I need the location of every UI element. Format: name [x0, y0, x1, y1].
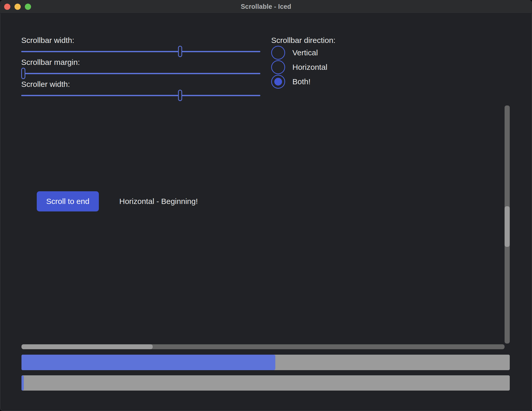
scroller-width-slider[interactable]: [21, 90, 260, 101]
progress-bar-1: [21, 355, 510, 370]
horizontal-scrollbar-rail[interactable]: [21, 344, 505, 349]
minimize-button[interactable]: [14, 4, 21, 10]
radio-circle[interactable]: [271, 75, 285, 89]
scroll-status-text: Horizontal - Beginning!: [119, 191, 198, 211]
scroll-to-end-button[interactable]: Scroll to end: [37, 191, 99, 211]
radio-label: Horizontal: [292, 63, 327, 72]
radio-circle[interactable]: [271, 46, 285, 60]
radio-option-vertical[interactable]: Vertical: [271, 46, 327, 60]
horizontal-scrollbar-thumb[interactable]: [21, 344, 153, 349]
slider-handle[interactable]: [178, 46, 182, 57]
progress-bar-2-fill: [21, 375, 24, 391]
window-title: Scrollable - Iced: [241, 3, 291, 10]
scrollbar-width-slider[interactable]: [21, 46, 260, 57]
progress-bar-2: [21, 375, 510, 391]
radio-label: Vertical: [292, 48, 318, 57]
vertical-scrollbar-rail[interactable]: [505, 105, 510, 344]
radio-option-horizontal[interactable]: Horizontal: [271, 60, 327, 74]
traffic-lights: [4, 0, 31, 13]
radio-dot: [274, 78, 282, 86]
app-window: Scrollable - Iced Scrollbar width: Scrol…: [0, 0, 532, 411]
screenshot: Scrollable - Iced Scrollbar width: Scrol…: [0, 0, 532, 411]
titlebar: Scrollable - Iced: [0, 0, 532, 13]
scroller-width-label: Scroller width:: [21, 80, 70, 89]
slider-handle[interactable]: [21, 68, 25, 79]
close-button[interactable]: [4, 4, 10, 10]
scrollbar-direction-label: Scrollbar direction:: [271, 36, 335, 45]
slider-track[interactable]: [21, 51, 260, 52]
scrollbar-direction-group: Vertical Horizontal Both!: [271, 46, 327, 89]
slider-handle[interactable]: [178, 90, 182, 101]
scrollbar-margin-slider[interactable]: [21, 68, 260, 79]
radio-label: Both!: [292, 77, 311, 86]
zoom-button[interactable]: [25, 4, 31, 10]
vertical-scrollbar-thumb[interactable]: [505, 206, 510, 247]
progress-bar-1-fill: [21, 355, 275, 370]
radio-option-both[interactable]: Both!: [271, 75, 327, 89]
radio-circle[interactable]: [271, 60, 285, 74]
slider-track[interactable]: [21, 95, 260, 96]
scrollbar-width-label: Scrollbar width:: [21, 36, 74, 45]
slider-track[interactable]: [21, 73, 260, 74]
scrollbar-margin-label: Scrollbar margin:: [21, 58, 80, 67]
